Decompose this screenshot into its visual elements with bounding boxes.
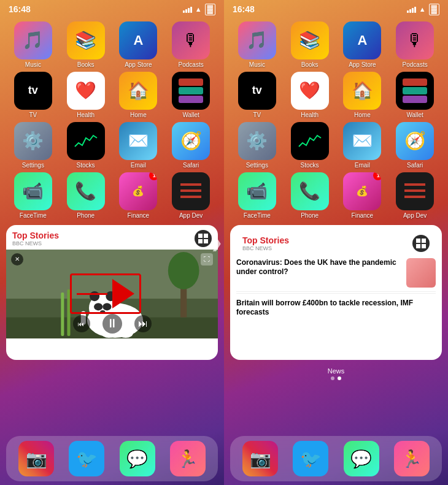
app-books-r[interactable]: 📚 Books (285, 21, 334, 68)
home-icon-r[interactable]: 🏠 (343, 72, 381, 110)
dock-left: 📷 🐦 💬 🏃 (6, 436, 218, 481)
svg-rect-30 (422, 239, 426, 243)
app-appdev[interactable]: App Dev (166, 172, 215, 219)
phone-icon-r[interactable]: 📞 (291, 172, 329, 210)
app-health[interactable]: ❤️ Health (61, 72, 110, 118)
finance-icon-r[interactable]: 💰 1 (343, 172, 381, 210)
arrow-line-left (77, 293, 107, 295)
app-safari-r[interactable]: 🧭 Safari (390, 122, 439, 169)
books-icon[interactable]: 📚 (67, 21, 105, 59)
podcasts-icon-r[interactable]: 🎙 (396, 21, 434, 59)
app-music-r[interactable]: 🎵 Music (233, 21, 282, 68)
tv-icon[interactable]: tv (14, 72, 52, 110)
video-controls: ⏮ ⏸ ⏭ (6, 314, 218, 334)
panel-chevron-right[interactable]: ❯ (210, 234, 223, 251)
settings-icon[interactable]: ⚙️ (14, 122, 52, 160)
news-article-2[interactable]: Britain will borrow £400bn to tackle rec… (236, 295, 436, 321)
app-podcasts[interactable]: 🎙 Podcasts (166, 21, 215, 68)
dock-fitness[interactable]: 🏃 (170, 441, 206, 476)
dock-messages[interactable]: 💬 (120, 441, 155, 476)
safari-icon-r[interactable]: 🧭 (396, 122, 434, 160)
svg-text:⏮: ⏮ (78, 321, 84, 327)
books-icon-r[interactable]: 📚 (291, 21, 329, 59)
app-home-r[interactable]: 🏠 Home (338, 72, 387, 118)
app-tv-r[interactable]: tv TV (233, 72, 282, 118)
dock-fitness-r[interactable]: 🏃 (394, 441, 430, 476)
app-podcasts-r[interactable]: 🎙 Podcasts (390, 21, 439, 68)
video-container[interactable]: ✕ ⛶ ⏮ ⏸ (6, 250, 218, 338)
dock-instagram[interactable]: 📷 (18, 441, 54, 476)
app-music[interactable]: 🎵 Music (9, 21, 58, 68)
dock-messages-r[interactable]: 💬 (344, 441, 379, 476)
appstore-icon[interactable]: A (119, 21, 157, 59)
dock-twitter-r[interactable]: 🐦 (293, 441, 328, 476)
appstore-icon-r[interactable]: A (343, 21, 381, 59)
arrow-head-right (112, 279, 134, 308)
email-icon[interactable]: ✉️ (119, 122, 157, 160)
news-article-1[interactable]: Coronavirus: Does the UK have the pandem… (236, 254, 436, 292)
podcasts-icon[interactable]: 🎙 (172, 21, 210, 59)
wallet-icon[interactable] (172, 72, 210, 110)
app-appstore-r[interactable]: A App Store (338, 21, 387, 68)
article-2-headline: Britain will borrow £400bn to tackle rec… (236, 299, 436, 318)
app-tv[interactable]: tv TV (9, 72, 58, 118)
settings-icon-r[interactable]: ⚙️ (238, 122, 276, 160)
finance-badge: 1 (149, 172, 157, 180)
phone-icon[interactable]: 📞 (67, 172, 105, 210)
app-wallet[interactable]: Wallet (166, 72, 215, 118)
wallet-icon-r[interactable] (396, 72, 434, 110)
status-icons-left: ▲ ▓ (183, 4, 215, 15)
news-widget-header-right: Top Stories BBC NEWS (236, 230, 436, 254)
home-icon[interactable]: 🏠 (119, 72, 157, 110)
battery-icon-right: ▓ (429, 4, 439, 15)
app-facetime[interactable]: 📹 FaceTime (9, 172, 58, 219)
appdev-icon-r[interactable] (396, 172, 434, 210)
app-settings-r[interactable]: ⚙️ Settings (233, 122, 282, 169)
forward-button[interactable]: ⏭ (134, 315, 152, 332)
email-icon-r[interactable]: ✉️ (343, 122, 381, 160)
app-facetime-r[interactable]: 📹 FaceTime (233, 172, 282, 219)
facetime-icon[interactable]: 📹 (14, 172, 52, 210)
signal-icon-right (407, 6, 416, 13)
widget-label: News (224, 367, 448, 375)
app-health-r[interactable]: ❤️ Health (285, 72, 334, 118)
stocks-icon-r[interactable] (291, 122, 329, 160)
stocks-icon[interactable] (67, 122, 105, 160)
rewind-button[interactable]: ⏮ (73, 315, 90, 332)
app-safari[interactable]: 🧭 Safari (166, 122, 215, 169)
app-stocks-r[interactable]: Stocks (285, 122, 334, 169)
health-icon-r[interactable]: ❤️ (291, 72, 329, 110)
facetime-icon-r[interactable]: 📹 (238, 172, 276, 210)
pause-button[interactable]: ⏸ (102, 314, 122, 334)
app-finance[interactable]: 💰 1 Finance (114, 172, 163, 219)
app-email-r[interactable]: ✉️ Email (338, 122, 387, 169)
video-close-button[interactable]: ✕ (11, 253, 23, 265)
dock-twitter[interactable]: 🐦 (69, 441, 104, 476)
app-phone-r[interactable]: 📞 Phone (285, 172, 334, 219)
appdev-icon[interactable] (172, 172, 210, 210)
health-icon[interactable]: ❤️ (67, 72, 105, 110)
safari-icon[interactable]: 🧭 (172, 122, 210, 160)
app-email[interactable]: ✉️ Email (114, 122, 163, 169)
app-books[interactable]: 📚 Books (61, 21, 110, 68)
app-finance-r[interactable]: 💰 1 Finance (338, 172, 387, 219)
finance-icon[interactable]: 💰 1 (119, 172, 157, 210)
app-stocks[interactable]: Stocks (61, 122, 110, 169)
app-home[interactable]: 🏠 Home (114, 72, 163, 118)
app-settings[interactable]: ⚙️ Settings (9, 122, 58, 169)
dock-instagram-r[interactable]: 📷 (242, 441, 278, 476)
app-phone-label: Phone (77, 212, 95, 219)
tv-icon-r[interactable]: tv (238, 72, 276, 110)
music-icon[interactable]: 🎵 (14, 21, 52, 59)
video-expand-button[interactable]: ⛶ (201, 253, 213, 265)
battery-icon: ▓ (205, 4, 215, 15)
app-grid-left: 🎵 Music 📚 Books A App Store 🎙 Podcasts t… (0, 17, 224, 224)
app-phone[interactable]: 📞 Phone (61, 172, 110, 219)
app-wallet-r[interactable]: Wallet (390, 72, 439, 118)
left-phone-panel: 16:48 ▲ ▓ 🎵 Music 📚 Books A App Store (0, 0, 224, 485)
app-appstore[interactable]: A App Store (114, 21, 163, 68)
music-icon-r[interactable]: 🎵 (238, 21, 276, 59)
dot-2 (338, 376, 341, 380)
news-widget-left: Top Stories BBC NEWS (6, 225, 218, 366)
app-appdev-r[interactable]: App Dev (390, 172, 439, 219)
